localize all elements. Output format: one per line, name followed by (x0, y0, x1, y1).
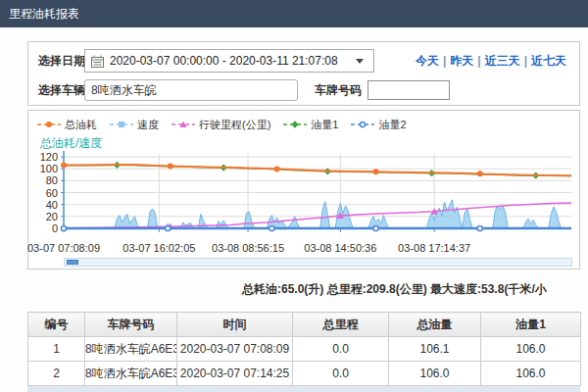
svg-text:0: 0 (52, 222, 58, 234)
vehicle-input[interactable] (84, 79, 298, 101)
date-label: 选择日期 (38, 49, 85, 73)
table-cell: 0.0 (293, 362, 389, 386)
x-axis-label: 03-07 07:08:09 (27, 242, 100, 254)
table-cell: 2020-03-07 07:08:09 (177, 337, 293, 362)
column-header: 车牌号码 (85, 313, 177, 337)
table-cell: 106.1 (389, 337, 481, 362)
legend-label: 油量1 (311, 118, 338, 132)
plate-input[interactable] (368, 80, 450, 100)
x-axis-label: 03-08 17:14:37 (398, 242, 470, 254)
svg-text:120: 120 (40, 151, 58, 163)
calendar-icon (91, 55, 104, 68)
legend-item-square[interactable]: 速度 (109, 118, 159, 132)
quick-link-4[interactable]: 近七天 (531, 54, 566, 68)
x-axis-label: 03-08 14:50:36 (304, 242, 376, 254)
diamond-marker-icon (282, 120, 308, 129)
square-marker-icon (109, 120, 134, 129)
table-cell: 106.0 (481, 362, 581, 386)
chart-legend: 总油耗速度行驶里程(公里)油量1油量2 (36, 115, 407, 134)
table-cell: 106.0 (389, 362, 481, 386)
table-cell: 2020-03-07 07:14:25 (177, 362, 293, 386)
table-cell: 0.0 (293, 337, 389, 362)
svg-text:60: 60 (46, 187, 58, 199)
svg-text:80: 80 (46, 174, 58, 186)
date-filter-row: 选择日期 2020-03-07 00:00:00 - 2020-03-11 21… (28, 49, 579, 73)
page-title-bar: 里程油耗报表 (0, 0, 588, 27)
next-row-partial (27, 386, 580, 392)
legend-label: 总油耗 (65, 118, 97, 132)
svg-text:100: 100 (40, 163, 58, 174)
column-header: 时间 (177, 313, 293, 337)
quick-link-separator: | (524, 54, 527, 68)
legend-item-triangle[interactable]: 行驶里程(公里) (171, 118, 270, 132)
table-row[interactable]: 28吨洒水车皖A6E3102020-03-07 07:14:250.0106.0… (28, 362, 581, 386)
legend-label: 行驶里程(公里) (199, 118, 270, 132)
svg-text:20: 20 (46, 211, 58, 222)
table-cell: 2 (28, 362, 85, 386)
table-cell: 106.0 (481, 337, 581, 362)
circle-marker-icon (36, 120, 62, 129)
vehicle-label: 选择车辆 (38, 78, 85, 102)
table-cell: 8吨洒水车皖A6E310 (85, 337, 177, 362)
triangle-marker-icon (171, 120, 196, 129)
chart-scrollbar[interactable] (64, 258, 572, 267)
column-header: 总油量 (389, 313, 481, 337)
column-header: 编号 (28, 313, 85, 337)
x-axis-labels: 03-07 07:08:0903-07 16:02:0503-08 08:56:… (28, 242, 579, 255)
dropdown-arrow-icon[interactable] (356, 59, 364, 64)
page-title: 里程油耗报表 (9, 7, 79, 21)
x-axis-label: 03-07 16:02:05 (122, 242, 195, 254)
open-circle-marker-icon (350, 120, 375, 129)
date-range-picker[interactable]: 2020-03-07 00:00:00 - 2020-03-11 21:07:0… (84, 49, 374, 73)
filter-panel: 选择日期 2020-03-07 00:00:00 - 2020-03-11 21… (27, 41, 580, 106)
scrollbar-handle[interactable] (67, 260, 78, 265)
x-axis-label: 03-08 08:56:15 (212, 242, 284, 254)
quick-links: 今天|昨天|近三天|近七天 (413, 49, 569, 73)
plate-label: 车牌号码 (315, 78, 362, 102)
date-range-value: 2020-03-07 00:00:00 - 2020-03-11 21:07:0… (110, 50, 338, 72)
quick-link-2[interactable]: 昨天 (450, 54, 473, 68)
table-cell: 1 (28, 337, 85, 362)
column-header: 油量1 (481, 313, 581, 337)
vehicle-filter-row: 选择车辆 车牌号码 (28, 78, 579, 102)
svg-text:40: 40 (46, 199, 58, 211)
quick-link-3[interactable]: 近三天 (485, 54, 520, 68)
table-row[interactable]: 18吨洒水车皖A6E3102020-03-07 07:08:090.0106.1… (28, 337, 581, 362)
table-header-row: 编号车牌号码时间总里程总油量油量1 (28, 313, 581, 337)
legend-label: 油量2 (378, 118, 406, 132)
quick-link-separator: | (443, 54, 446, 68)
quick-link-separator: | (477, 54, 480, 68)
report-table: 编号车牌号码时间总里程总油量油量1 18吨洒水车皖A6E3102020-03-0… (27, 312, 581, 386)
legend-item-open-circle[interactable]: 油量2 (350, 118, 406, 132)
summary-stats: 总耗油:65.0(升) 总里程:209.8(公里) 最大速度:53.8(千米/小 (242, 281, 547, 298)
legend-item-diamond[interactable]: 油量1 (282, 118, 338, 132)
chart-panel: 总油耗速度行驶里程(公里)油量1油量2 总油耗/速度 0204060801001… (27, 110, 580, 270)
table-cell: 8吨洒水车皖A6E310 (85, 362, 177, 386)
quick-link-1[interactable]: 今天 (416, 54, 439, 68)
legend-label: 速度 (137, 118, 159, 132)
fuel-speed-chart: 020406080100120 (30, 148, 577, 242)
legend-item-circle[interactable]: 总油耗 (36, 118, 97, 132)
column-header: 总里程 (293, 313, 389, 337)
